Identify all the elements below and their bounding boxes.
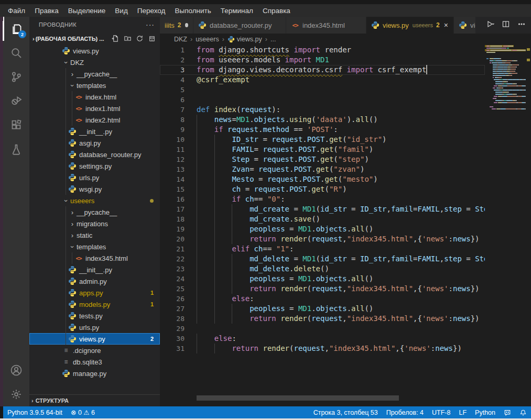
file-settings-py[interactable]: settings.py (29, 160, 160, 172)
search-icon[interactable] (3, 41, 29, 65)
overview-ruler[interactable] (526, 45, 531, 406)
folder-templates[interactable]: ›templates (29, 80, 160, 91)
line-number: 5 (160, 85, 185, 95)
file-index345-html[interactable]: <>index345.html (29, 252, 160, 264)
bell-icon[interactable] (515, 409, 531, 416)
tab-vie[interactable]: vie (454, 17, 476, 34)
status-encoding[interactable]: UTF-8 (428, 409, 454, 416)
breadcrumb-item-0[interactable]: DKZ (174, 36, 187, 43)
status-cursor-position[interactable]: Строка 3, столбец 53 (309, 409, 382, 416)
html-file-icon: <> (74, 116, 83, 124)
file-asgi-py[interactable]: asgi.py (29, 137, 160, 149)
file--init-py[interactable]: __init__.py (29, 264, 160, 275)
menu-item-2[interactable]: Выделение (63, 6, 111, 16)
testing-icon[interactable] (3, 137, 29, 161)
line-number: 31 (160, 344, 185, 353)
refresh-icon[interactable] (136, 35, 144, 43)
explorer-icon[interactable]: 2 (3, 17, 29, 41)
file-admin-py[interactable]: admin.py (29, 275, 160, 287)
feedback-icon[interactable] (500, 409, 515, 416)
tab-views-py[interactable]: views.pyuseeers2× (366, 17, 454, 34)
close-icon[interactable]: × (444, 21, 448, 29)
horizontal-scrollbar[interactable] (197, 395, 399, 401)
code-editor[interactable]: 1from django.shortcuts import render2fro… (160, 45, 485, 406)
file-models-py[interactable]: models.py1 (29, 299, 160, 310)
menu-item-4[interactable]: Переход (133, 6, 170, 16)
file-apps-py[interactable]: apps.py1 (29, 287, 160, 299)
file-wsgi-py[interactable]: wsgi.py (29, 183, 160, 195)
split-editor-button[interactable] (502, 20, 510, 30)
file-database-roouter-py[interactable]: database_roouter.py (29, 149, 160, 160)
workspace-section-header[interactable]: › (РАБОЧАЯ ОБЛАСТЬ) ... (29, 32, 160, 45)
folder-dkz[interactable]: ›DKZ (29, 57, 160, 68)
tree-item-label: views.py (73, 47, 99, 55)
tab-label: views.py (383, 21, 409, 29)
collapse-all-icon[interactable] (148, 35, 156, 43)
status-language-mode[interactable]: Python (471, 409, 500, 416)
breadcrumb[interactable]: DKZ›useeers›views.py›... (160, 34, 531, 45)
menu-item-3[interactable]: Вид (110, 6, 132, 16)
tree-item-label: admin.py (79, 278, 107, 285)
source-control-icon[interactable] (3, 65, 29, 89)
file-index2-html[interactable]: <>index2.html (29, 114, 160, 126)
line-number: 24 (160, 274, 185, 284)
folder-useeers[interactable]: ›useeers (29, 195, 160, 206)
code-text: Step = request.POST.get("step") (197, 154, 369, 164)
python-file-icon (68, 127, 77, 136)
tab-database-roouter-py[interactable]: database_roouter.py (193, 17, 286, 34)
code-line-2: 2from useeers.models import MD1 (160, 55, 485, 65)
code-line-27: 27 peopless = MD1.objects.all() (160, 304, 485, 314)
file-index-html[interactable]: <>index.html (29, 91, 160, 103)
outline-section-header[interactable]: › СТРУКТУРА (29, 394, 160, 406)
tab-index345-html[interactable]: <>index345.html (286, 17, 366, 34)
status-problems[interactable]: ⊗ 0 ⚠ 6 (67, 406, 99, 418)
line-number: 8 (160, 115, 185, 125)
file-index1-html[interactable]: <>index1.html (29, 103, 160, 114)
menu-item-6[interactable]: Терминал (216, 6, 258, 16)
file-tests-py[interactable]: tests.py (29, 310, 160, 322)
file-views-py[interactable]: views.py2 (29, 333, 160, 345)
file--init-py[interactable]: __init__.py (29, 126, 160, 137)
run-button[interactable] (486, 20, 494, 30)
tree-item-label: migrations (77, 220, 108, 228)
account-icon[interactable] (3, 358, 29, 382)
file-urls-py[interactable]: urls.py (29, 172, 160, 183)
menu-item-1[interactable]: Правка (30, 6, 63, 16)
code-text: md_create = MD1(id_str = ID_str,famil=FA… (197, 204, 485, 214)
folder-static[interactable]: ›static (29, 229, 160, 241)
file-urls-py[interactable]: urls.py (29, 322, 160, 333)
folder-migrations[interactable]: ›migrations (29, 218, 160, 229)
breadcrumb-item-1[interactable]: useeers (196, 36, 219, 43)
settings-gear-icon[interactable] (3, 382, 29, 406)
status-indentation[interactable]: Пробелов: 4 (382, 409, 428, 416)
file-manage-py[interactable]: manage.py (29, 368, 160, 379)
file-db-sqlite3[interactable]: ≡db.sqlite3 (29, 356, 160, 368)
breadcrumb-label: views.py (237, 36, 262, 43)
folder--pycache-[interactable]: ›__pycache__ (29, 206, 160, 218)
tree-item-label: apps.py (79, 289, 103, 297)
new-folder-icon[interactable] (124, 35, 132, 43)
folder--pycache-[interactable]: ›__pycache__ (29, 68, 160, 80)
status-python-interpreter[interactable]: Python 3.9.5 64-bit (3, 406, 67, 418)
more-actions-button[interactable] (517, 20, 526, 30)
menu-item-5[interactable]: Выполнить (170, 6, 215, 16)
sidebar-more-icon[interactable]: ··· (146, 20, 155, 29)
code-line-19: 19 peopless = MD1.objects.all() (160, 224, 485, 234)
tree-item-label: tests.py (79, 312, 103, 320)
status-eol[interactable]: LF (454, 409, 471, 416)
extensions-icon[interactable] (3, 113, 29, 137)
new-file-icon[interactable] (112, 35, 120, 43)
file--dcignore[interactable]: ≡.dcignore (29, 345, 160, 356)
breadcrumb-item-3[interactable]: ... (270, 36, 276, 43)
tab-description: useeers (413, 22, 433, 28)
file-views-py[interactable]: views.py (29, 45, 160, 57)
menu-item-0[interactable]: Файл (3, 6, 30, 16)
line-number: 16 (160, 194, 185, 204)
tab-iiits[interactable]: iiits2 (160, 17, 193, 34)
breadcrumb-item-2[interactable]: views.py (227, 36, 262, 43)
folder-templates[interactable]: ›templates (29, 241, 160, 252)
tree-item-label: __init__.py (79, 128, 112, 136)
run-debug-icon[interactable] (3, 89, 29, 113)
menu-item-7[interactable]: Справка (258, 6, 295, 16)
minimap[interactable] (485, 45, 526, 406)
